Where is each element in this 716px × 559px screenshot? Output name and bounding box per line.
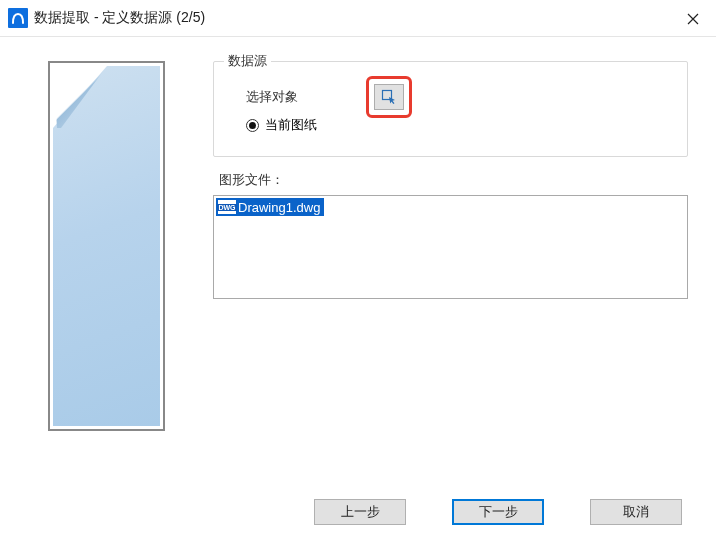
content-area: 数据源 选择对象 当前图纸 图形文件： (0, 37, 716, 482)
cancel-button[interactable]: 取消 (590, 499, 682, 525)
select-objects-button[interactable] (374, 84, 404, 110)
file-name: Drawing1.dwg (238, 200, 320, 215)
select-objects-label: 选择对象 (246, 88, 366, 106)
datasource-group: 数据源 选择对象 当前图纸 (213, 61, 688, 157)
close-icon (687, 13, 699, 25)
current-drawing-radio[interactable] (246, 119, 259, 132)
current-drawing-label: 当前图纸 (265, 116, 317, 134)
select-objects-row: 选择对象 (232, 82, 669, 112)
drawing-files-label: 图形文件： (219, 171, 688, 189)
right-pane: 数据源 选择对象 当前图纸 图形文件： (213, 61, 688, 482)
list-item[interactable]: DWG Drawing1.dwg (216, 198, 324, 216)
next-button[interactable]: 下一步 (452, 499, 544, 525)
back-button[interactable]: 上一步 (314, 499, 406, 525)
drawing-files-list[interactable]: DWG Drawing1.dwg (213, 195, 688, 299)
close-button[interactable] (680, 6, 706, 32)
app-icon (8, 8, 28, 28)
datasource-legend: 数据源 (224, 52, 271, 70)
select-objects-icon (381, 89, 397, 105)
preview-illustration (48, 61, 165, 431)
dwg-file-icon: DWG (218, 200, 236, 214)
titlebar: 数据提取 - 定义数据源 (2/5) (0, 0, 716, 36)
window-title: 数据提取 - 定义数据源 (2/5) (34, 9, 205, 27)
current-drawing-radio-row[interactable]: 当前图纸 (232, 112, 669, 138)
footer: 上一步 下一步 取消 (0, 482, 716, 542)
select-objects-highlight (366, 76, 412, 118)
